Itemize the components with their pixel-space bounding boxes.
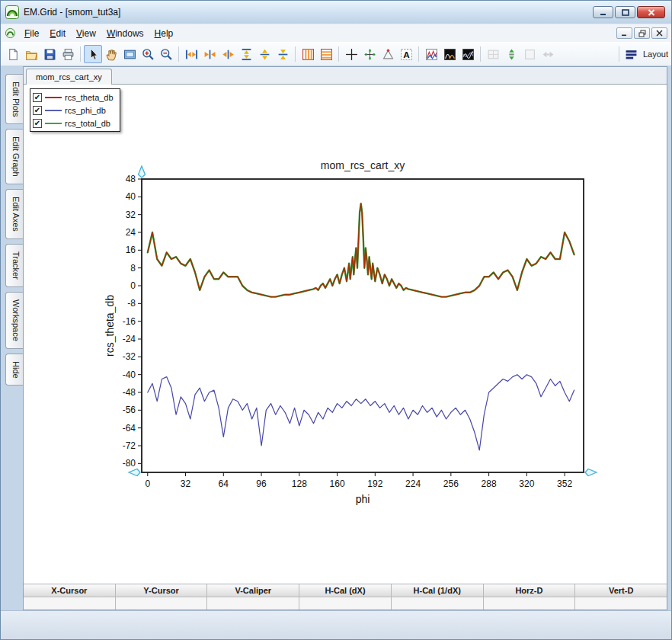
grid-disabled-icon — [487, 48, 500, 61]
dark-plot-2-button[interactable] — [459, 45, 477, 63]
minimize-button[interactable] — [593, 6, 613, 18]
pan-button[interactable] — [102, 45, 120, 63]
pan-hand-icon — [105, 48, 118, 61]
child-restore-icon — [638, 30, 646, 37]
save-button[interactable] — [40, 45, 59, 63]
svg-text:192: 192 — [367, 478, 382, 489]
chart-svg[interactable]: 484032241680-8-16-24-32-40-48-56-64-72-8… — [104, 155, 622, 521]
child-restore-button[interactable] — [634, 27, 650, 39]
close-button[interactable] — [637, 6, 665, 18]
legend-checkbox[interactable]: ✔ — [33, 106, 42, 115]
menu-view[interactable]: View — [71, 26, 101, 41]
compress-vertical-icon — [277, 48, 290, 61]
layout-label: Layout — [643, 50, 668, 59]
plot-dark-2-icon — [462, 48, 475, 61]
fit-vertical-data-button[interactable] — [502, 45, 520, 63]
svg-text:-64: -64 — [123, 423, 136, 434]
svg-text:-40: -40 — [123, 370, 136, 380]
layout-button[interactable] — [622, 45, 641, 63]
document-tab[interactable]: mom_rcs_cart_xy — [26, 69, 112, 85]
compress-vertical-button[interactable] — [274, 45, 292, 63]
svg-text:32: 32 — [126, 210, 136, 220]
legend-line-sample — [45, 110, 62, 111]
menu-edit[interactable]: Edit — [44, 26, 71, 41]
toolbar: A Layout — [1, 42, 671, 66]
horizontal-grid-button[interactable] — [317, 45, 335, 63]
maximize-button[interactable] — [615, 6, 635, 18]
zoom-out-button[interactable] — [157, 45, 175, 63]
horizontal-arrow-disabled-icon — [542, 48, 555, 61]
dark-plot-1-button[interactable] — [440, 45, 459, 63]
sidebar-tab-hide[interactable]: Hide — [5, 354, 23, 386]
sidebar-tab-edit-axes[interactable]: Edit Axes — [5, 189, 23, 239]
app-icon — [5, 5, 19, 19]
layout-group: Layout — [616, 45, 668, 63]
select-cursor-icon — [87, 48, 100, 61]
expand-horizontal-button[interactable] — [219, 45, 237, 63]
document-tab-row: mom_rcs_cart_xy — [24, 67, 667, 85]
svg-text:224: 224 — [405, 478, 421, 489]
measure-header-cell: Vert-D — [575, 584, 667, 597]
main-area: Edit Plots Edit Graph Edit Axes Tracker … — [1, 66, 671, 610]
measurement-table: X-Cursor Y-Cursor V-Caliper H-Cal (dX) H… — [24, 584, 667, 610]
new-document-icon — [7, 48, 20, 61]
text-label-button[interactable]: A — [397, 45, 415, 63]
menu-windows[interactable]: Windows — [101, 26, 149, 41]
vertical-grid-button[interactable] — [299, 45, 317, 63]
window-title: EM.Grid - [smom_tut3a] — [24, 7, 593, 18]
fit-width-icon — [185, 48, 198, 61]
vertical-arrows-icon — [258, 48, 271, 61]
minimize-icon — [600, 9, 607, 16]
toolbar-separator — [480, 46, 481, 62]
open-folder-icon — [25, 48, 38, 61]
measure-header-cell: Horz-D — [484, 584, 576, 597]
crosshair-button[interactable] — [342, 45, 360, 63]
child-close-button[interactable] — [651, 27, 667, 39]
axes-marker-button[interactable] — [360, 45, 379, 63]
menu-help[interactable]: Help — [149, 26, 179, 41]
svg-text:mom_rcs_cart_xy: mom_rcs_cart_xy — [321, 159, 405, 171]
child-minimize-button[interactable] — [616, 27, 632, 39]
svg-text:-16: -16 — [123, 316, 136, 327]
print-button[interactable] — [59, 45, 77, 63]
legend-checkbox[interactable]: ✔ — [33, 93, 42, 102]
menu-bar: File Edit View Windows Help — [1, 24, 671, 42]
vertical-grid-icon — [302, 48, 315, 61]
measure-value-cell — [24, 597, 116, 610]
zoom-window-button[interactable] — [120, 45, 139, 63]
fit-height-button[interactable] — [237, 45, 255, 63]
svg-text:128: 128 — [292, 478, 307, 489]
sidebar-tab-edit-plots[interactable]: Edit Plots — [5, 74, 23, 124]
legend-checkbox[interactable]: ✔ — [33, 119, 42, 128]
print-icon — [62, 48, 75, 61]
compress-horizontal-button[interactable] — [200, 45, 219, 63]
caliper-button[interactable] — [379, 45, 397, 63]
title-bar: EM.Grid - [smom_tut3a] — [1, 1, 671, 24]
measure-value-cell — [116, 597, 208, 610]
menu-file[interactable]: File — [19, 26, 44, 41]
vertical-arrows-button[interactable] — [255, 45, 274, 63]
svg-text:160: 160 — [330, 478, 345, 489]
toolbar-separator — [418, 46, 419, 62]
zoom-in-button[interactable] — [139, 45, 157, 63]
fit-width-button[interactable] — [182, 45, 200, 63]
save-icon — [43, 48, 56, 61]
sidebar-tab-edit-graph[interactable]: Edit Graph — [5, 129, 23, 184]
plot-style-button[interactable] — [422, 45, 440, 63]
measurement-value-row — [24, 597, 667, 610]
sidebar-tab-tracker[interactable]: Tracker — [5, 244, 23, 287]
svg-text:16: 16 — [126, 245, 136, 255]
svg-text:24: 24 — [126, 227, 136, 238]
measure-header-cell: Y-Cursor — [116, 584, 208, 597]
select-cursor-button[interactable] — [84, 45, 102, 63]
measurement-header-row: X-Cursor Y-Cursor V-Caliper H-Cal (dX) H… — [24, 584, 667, 597]
sidebar-tab-workspace[interactable]: Workspace — [5, 292, 23, 349]
axes-marker-icon — [363, 48, 376, 61]
measure-header-cell: X-Cursor — [24, 584, 116, 597]
compress-horizontal-icon — [203, 48, 216, 61]
svg-text:8: 8 — [130, 263, 136, 274]
mdi-child-controls — [616, 27, 667, 39]
new-document-button[interactable] — [4, 45, 22, 63]
open-button[interactable] — [22, 45, 40, 63]
child-minimize-icon — [621, 30, 628, 37]
